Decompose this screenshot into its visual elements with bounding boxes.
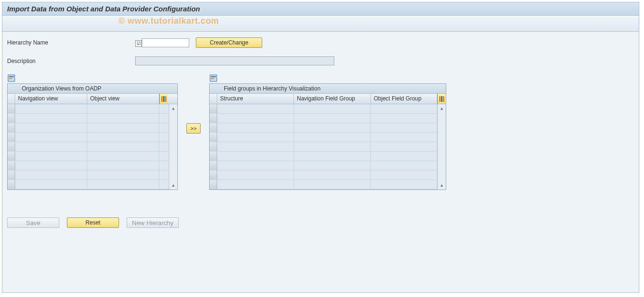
- oadp-rows: [8, 104, 169, 189]
- row-selector-header: [8, 94, 15, 104]
- col-object-view[interactable]: Object view: [87, 94, 159, 104]
- col-structure[interactable]: Structure: [217, 94, 294, 104]
- table-row[interactable]: [8, 142, 169, 152]
- oadp-grid-header: Navigation view Object view: [8, 94, 177, 104]
- svg-rect-1: [9, 76, 14, 77]
- svg-rect-5: [165, 96, 166, 102]
- description-label: Description: [7, 58, 135, 64]
- field-groups-grid-title: Field groups in Hierarchy Visualization: [210, 84, 446, 94]
- vertical-scrollbar[interactable]: ▲ ▲: [169, 104, 177, 189]
- scroll-down-icon[interactable]: ▲: [170, 182, 177, 189]
- scroll-down-icon[interactable]: ▲: [439, 182, 445, 189]
- oadp-grid-body: ▲ ▲: [8, 104, 177, 189]
- table-row[interactable]: [8, 180, 169, 189]
- create-change-button[interactable]: Create/Change: [196, 37, 262, 48]
- table-row[interactable]: [210, 104, 437, 114]
- layout-variant-icon[interactable]: [209, 74, 218, 82]
- column-config-button[interactable]: [159, 94, 168, 104]
- table-row[interactable]: [210, 114, 437, 123]
- save-button: Save: [7, 217, 59, 228]
- table-columns-icon: [161, 96, 167, 102]
- svg-rect-7: [211, 76, 216, 77]
- table-columns-icon: [439, 96, 445, 102]
- table-row[interactable]: [8, 161, 169, 171]
- table-row[interactable]: [210, 123, 437, 133]
- scroll-up-icon[interactable]: ▲: [439, 105, 445, 112]
- field-groups-grid-body: ▲ ▲: [210, 104, 446, 189]
- col-navigation-view[interactable]: Navigation view: [15, 94, 87, 104]
- hierarchy-name-input[interactable]: [142, 38, 189, 47]
- svg-rect-11: [443, 96, 444, 102]
- panels-row: Organization Views from OADP Navigation …: [7, 74, 634, 190]
- row-selector-header: [210, 94, 217, 104]
- footer-buttons: Save Reset New Hierarchy: [7, 217, 634, 228]
- field-groups-grid: Field groups in Hierarchy Visualization …: [209, 83, 446, 190]
- oadp-views-grid: Organization Views from OADP Navigation …: [7, 83, 178, 190]
- table-row[interactable]: [8, 171, 169, 180]
- hierarchy-row: Hierarchy Name ☑ Create/Change: [7, 37, 634, 48]
- table-row[interactable]: [210, 171, 437, 180]
- left-panel-col: Organization Views from OADP Navigation …: [7, 74, 178, 190]
- svg-rect-2: [9, 78, 12, 79]
- window-title-bar: Import Data from Object and Data Provide…: [2, 2, 639, 16]
- main-window: Import Data from Object and Data Provide…: [2, 2, 639, 293]
- right-panel-col: Field groups in Hierarchy Visualization …: [209, 74, 446, 190]
- table-row[interactable]: [210, 142, 437, 152]
- svg-rect-3: [161, 96, 163, 102]
- reset-button[interactable]: Reset: [67, 217, 119, 228]
- window-title: Import Data from Object and Data Provide…: [7, 5, 200, 13]
- transfer-column: >>: [186, 74, 201, 183]
- svg-rect-9: [439, 96, 441, 102]
- hierarchy-checkbox-icon[interactable]: ☑: [135, 40, 142, 47]
- field-groups-grid-header: Structure Navigation Field Group Object …: [210, 94, 446, 104]
- table-row[interactable]: [8, 123, 169, 133]
- col-obj-field-group[interactable]: Object Field Group: [371, 94, 437, 104]
- layout-variant-icon[interactable]: [7, 74, 16, 82]
- table-row[interactable]: [210, 180, 437, 189]
- table-row[interactable]: [8, 133, 169, 142]
- scroll-up-icon[interactable]: ▲: [170, 105, 177, 112]
- svg-rect-8: [211, 78, 214, 79]
- content-area: Hierarchy Name ☑ Create/Change Descripti…: [2, 32, 639, 292]
- new-hierarchy-button: New Hierarchy: [127, 217, 179, 228]
- vertical-scrollbar[interactable]: ▲ ▲: [437, 104, 446, 189]
- col-nav-field-group[interactable]: Navigation Field Group: [294, 94, 371, 104]
- transfer-right-button[interactable]: >>: [186, 123, 201, 134]
- table-row[interactable]: [8, 114, 169, 123]
- table-row[interactable]: [8, 104, 169, 114]
- description-input: [135, 56, 334, 65]
- column-config-button[interactable]: [437, 94, 446, 104]
- hierarchy-name-label: Hierarchy Name: [7, 39, 135, 46]
- oadp-grid-title: Organization Views from OADP: [8, 84, 177, 94]
- description-row: Description: [7, 56, 634, 65]
- svg-rect-4: [163, 96, 165, 102]
- table-row[interactable]: [210, 152, 437, 161]
- table-row[interactable]: [210, 133, 437, 142]
- application-toolbar: [2, 16, 639, 32]
- svg-rect-10: [441, 96, 442, 102]
- field-groups-rows: [210, 104, 437, 189]
- table-row[interactable]: [210, 161, 437, 171]
- table-row[interactable]: [8, 152, 169, 161]
